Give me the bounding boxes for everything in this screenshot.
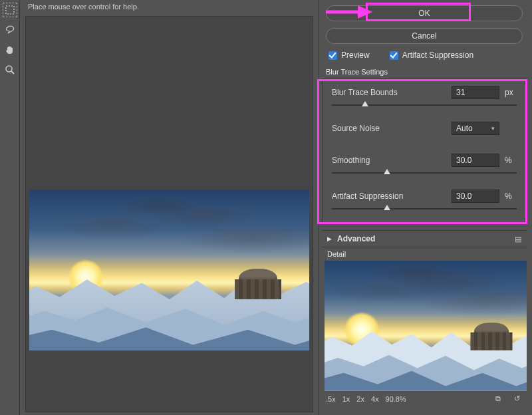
image-canvas[interactable]	[25, 16, 313, 412]
source-noise-dropdown[interactable]: Auto ▾	[452, 122, 499, 135]
panel-menu-icon[interactable]: ▤	[515, 235, 521, 243]
reset-icon[interactable]: ↺	[511, 394, 523, 403]
artifact-suppression-checkbox[interactable]: Artifact Suppression	[390, 51, 473, 60]
blur-trace-settings-group: Blur Trace Bounds px Source Noise Auto ▾…	[322, 78, 527, 223]
lasso-tool-icon[interactable]	[3, 23, 17, 37]
unit-label: %	[499, 192, 517, 201]
ok-button[interactable]: OK	[326, 5, 523, 21]
preview-checkbox[interactable]: Preview	[329, 51, 370, 60]
checkbox-icon	[329, 51, 337, 60]
hint-text: Place mouse over control for help.	[25, 3, 313, 15]
zoom-step[interactable]: 2x	[356, 395, 364, 403]
advanced-section-toggle[interactable]: ▶ Advanced ▤	[322, 230, 527, 247]
zoom-step[interactable]: 4x	[371, 395, 379, 403]
chevron-down-icon: ▾	[491, 125, 495, 132]
advanced-label: Advanced	[337, 234, 375, 243]
smoothing-label: Smoothing	[332, 156, 452, 165]
blur-trace-bounds-slider[interactable]	[332, 100, 517, 110]
artifact-suppression-slider[interactable]	[332, 204, 517, 213]
detail-preview[interactable]	[325, 261, 527, 391]
smoothing-slider[interactable]	[332, 168, 517, 178]
artifact-suppression-input[interactable]	[452, 190, 499, 203]
blur-trace-bounds-input[interactable]	[452, 86, 499, 99]
blur-trace-settings-title: Blur Trace Settings	[322, 67, 527, 78]
triangle-right-icon: ▶	[327, 235, 332, 242]
undock-icon[interactable]: ⧉	[492, 394, 504, 403]
zoom-step[interactable]: 1x	[342, 395, 350, 403]
zoom-tool-icon[interactable]	[3, 63, 17, 77]
smoothing-input[interactable]	[452, 154, 499, 167]
source-noise-value: Auto	[456, 124, 473, 133]
svg-point-1	[6, 66, 12, 72]
detail-label: Detail	[322, 247, 527, 261]
artifact-suppression-label: Artifact Suppression	[332, 192, 452, 201]
blur-trace-bounds-label: Blur Trace Bounds	[332, 88, 452, 97]
left-toolbar	[0, 0, 20, 415]
unit-label: px	[499, 88, 517, 97]
svg-line-2	[11, 71, 14, 74]
hand-tool-icon[interactable]	[3, 43, 17, 57]
artifact-checkbox-label: Artifact Suppression	[402, 51, 473, 60]
svg-rect-0	[6, 6, 14, 14]
preview-checkbox-label: Preview	[341, 51, 370, 60]
cancel-button[interactable]: Cancel	[326, 28, 523, 44]
checkbox-icon	[390, 51, 398, 60]
marquee-tool-icon[interactable]	[3, 3, 17, 17]
unit-label: %	[499, 156, 517, 165]
zoom-percent: 90.8%	[386, 395, 406, 403]
detail-zoom-bar: .5x 1x 2x 4x 90.8% ⧉ ↺	[322, 392, 527, 405]
source-noise-label: Source Noise	[332, 124, 452, 133]
settings-panel: OK Cancel Preview Artifact Suppression B…	[319, 0, 532, 415]
zoom-step[interactable]: .5x	[326, 395, 336, 403]
preview-image	[29, 190, 309, 350]
preview-pane: Place mouse over control for help.	[20, 0, 319, 415]
